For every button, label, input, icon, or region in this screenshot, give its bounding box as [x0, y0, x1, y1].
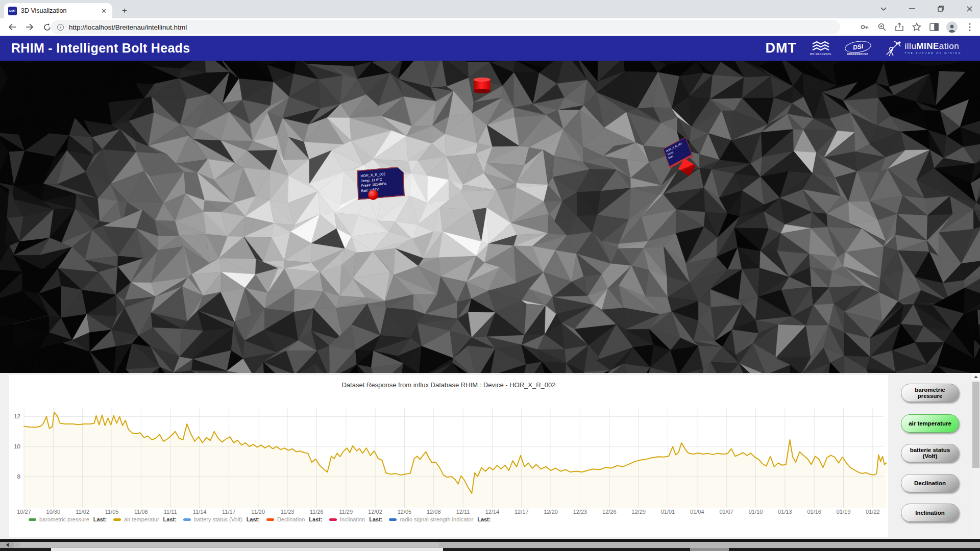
horizontal-scrollbar[interactable]	[0, 542, 980, 548]
svg-text:10/30: 10/30	[46, 509, 61, 515]
scroll-up-arrow[interactable]	[972, 373, 980, 381]
svg-text:10: 10	[14, 443, 20, 449]
window-chevron-icon[interactable]	[873, 0, 894, 17]
bolt-head-marker-ceiling[interactable]	[474, 79, 491, 91]
scroll-left-arrow[interactable]	[0, 542, 14, 548]
browser-tab[interactable]: DMT 3D Visualization ✕	[4, 3, 112, 18]
button-barometric-pressure[interactable]: barometric pressure	[901, 384, 959, 402]
svg-text:01/07: 01/07	[719, 509, 733, 515]
svg-text:12/11: 12/11	[456, 509, 470, 515]
new-tab-button[interactable]: +	[118, 5, 131, 17]
svg-text:11/14: 11/14	[193, 509, 207, 515]
svg-text:11/11: 11/11	[164, 509, 177, 515]
dsi-underground-logo: DSI UNDERGROUND	[845, 41, 871, 56]
legend-label: radio signal strength indicator	[400, 516, 473, 522]
legend-label: Declination	[277, 516, 305, 522]
svg-text:12/17: 12/17	[514, 509, 529, 515]
chart-title: Dataset Response from influx Database RH…	[9, 381, 888, 389]
svg-text:12/05: 12/05	[398, 509, 412, 515]
legend-swatch	[113, 518, 121, 521]
legend-label: Inclination	[340, 516, 365, 522]
window-close-button[interactable]	[959, 0, 980, 17]
sensor-info-plaque: HOR_X_R_002 Temp: 11.6°C Press: 1014hPa …	[357, 166, 405, 200]
svg-text:01/13: 01/13	[778, 509, 792, 515]
illumineation-logo: illuMINEation THE FUTURE OF MINING	[885, 40, 962, 57]
button-inclination[interactable]: Inclination	[901, 504, 959, 522]
svg-text:11/23: 11/23	[281, 509, 295, 515]
address-bar[interactable]: i http://localhost/Breitenau/intellinut.…	[51, 20, 840, 34]
chart-card: Dataset Response from influx Database RH…	[9, 375, 888, 537]
svg-text:12/20: 12/20	[544, 509, 558, 515]
legend-label: air temperatur	[124, 516, 159, 522]
forward-button[interactable]	[22, 20, 37, 34]
url-text[interactable]: http://localhost/Breitenau/intellinut.ht…	[69, 23, 187, 31]
page-title: RHIM - Intelligent Bolt Heads	[11, 36, 190, 61]
legend-last-value: Last:	[477, 516, 491, 522]
svg-text:11/17: 11/17	[222, 509, 236, 515]
dashboard-section: Dataset Response from influx Database RH…	[0, 373, 980, 539]
legend-last-value: Last:	[247, 516, 260, 522]
legend-swatch	[329, 518, 337, 521]
button-batterie-status[interactable]: batterie status (Volt)	[901, 444, 959, 462]
side-panel-icon[interactable]	[929, 22, 939, 32]
legend-item[interactable]: barometric pressureLast:	[29, 516, 107, 522]
legend-last-value: Last:	[369, 516, 382, 522]
time-series-chart: 10/2710/3011/0211/0511/0811/1111/1411/17…	[9, 375, 888, 537]
legend-item[interactable]: air temperaturLast:	[113, 516, 177, 522]
back-button[interactable]	[5, 20, 19, 34]
bolt-head-marker-wall[interactable]	[368, 190, 378, 200]
site-info-icon[interactable]: i	[57, 24, 64, 31]
button-air-temperature[interactable]: air temperature	[901, 414, 959, 433]
window-minimize-button[interactable]	[901, 0, 923, 17]
vertical-scrollbar[interactable]	[972, 373, 980, 539]
legend-item[interactable]: radio signal strength indicatorLast:	[389, 516, 491, 522]
chart-legend: barometric pressureLast:air temperaturLa…	[29, 516, 491, 522]
bookmark-star-icon[interactable]	[912, 22, 922, 32]
svg-text:12/26: 12/26	[602, 509, 617, 515]
profile-avatar[interactable]	[946, 21, 958, 33]
browser-window: DMT 3D Visualization ✕ + i http:/	[0, 0, 980, 551]
legend-swatch	[183, 518, 191, 521]
legend-item[interactable]: battery status (Volt)Last:	[183, 516, 260, 522]
tunnel-mesh-canvas	[0, 61, 980, 373]
svg-text:12/02: 12/02	[368, 509, 382, 515]
button-declination[interactable]: Declination	[901, 474, 959, 492]
tunnel-3d-viewport[interactable]: HOR_X_R_002 Temp: 11.6°C Press: 1014hPa …	[0, 61, 980, 373]
legend-item[interactable]: DeclinationLast:	[266, 516, 323, 522]
miner-pickaxe-icon	[885, 40, 902, 57]
dmt-logo: DMT	[765, 40, 796, 56]
vertical-scroll-thumb[interactable]	[972, 382, 979, 468]
svg-text:01/04: 01/04	[690, 509, 704, 515]
horizontal-scroll-thumb[interactable]	[20, 542, 439, 547]
svg-text:11/26: 11/26	[310, 509, 324, 515]
tab-close-icon[interactable]: ✕	[100, 7, 108, 15]
password-key-icon[interactable]	[860, 22, 870, 32]
svg-text:11/02: 11/02	[76, 509, 89, 515]
legend-last-value: Last:	[163, 516, 177, 522]
tab-strip: DMT 3D Visualization ✕ +	[0, 0, 980, 18]
svg-text:01/16: 01/16	[807, 509, 821, 515]
legend-item[interactable]: InclinationLast:	[329, 516, 383, 522]
rhi-magnesita-logo: RHI MAGNESITA	[810, 41, 831, 56]
legend-swatch	[389, 518, 397, 521]
rhi-waves-icon	[812, 41, 830, 53]
window-restore-button[interactable]	[930, 0, 951, 17]
share-icon[interactable]	[894, 22, 904, 32]
svg-text:12/23: 12/23	[573, 509, 587, 515]
svg-text:12/29: 12/29	[631, 509, 646, 515]
svg-text:12/14: 12/14	[485, 509, 500, 515]
svg-text:11/08: 11/08	[134, 509, 148, 515]
legend-swatch	[29, 518, 36, 521]
app-header: RHIM - Intelligent Bolt Heads DMT RHI MA…	[0, 36, 980, 61]
legend-label: battery status (Volt)	[194, 516, 242, 522]
illumineation-tagline: THE FUTURE OF MINING	[905, 52, 962, 55]
tab-title: 3D Visualization	[21, 7, 100, 14]
svg-text:8: 8	[17, 473, 20, 480]
zoom-page-icon[interactable]	[877, 22, 887, 32]
svg-text:12: 12	[14, 413, 20, 419]
legend-label: barometric pressure	[39, 516, 89, 522]
svg-text:11/05: 11/05	[105, 509, 119, 515]
legend-last-value: Last:	[309, 516, 322, 522]
browser-menu-kebab-icon[interactable]	[965, 22, 975, 32]
svg-text:11/29: 11/29	[339, 509, 353, 515]
